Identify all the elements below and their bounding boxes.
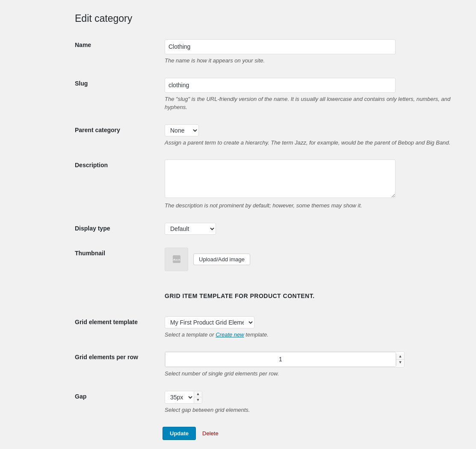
display-type-select[interactable]: Default Products Subcategories Both xyxy=(165,223,216,235)
grid-element-template-label: Grid element template xyxy=(75,319,138,325)
gap-spin-up-button[interactable]: ▲ xyxy=(194,391,202,397)
name-label: Name xyxy=(75,41,91,48)
create-new-template-link[interactable]: Create new xyxy=(216,331,244,338)
display-type-label: Display type xyxy=(75,225,110,232)
thumbnail-placeholder xyxy=(165,248,188,271)
spin-down-button[interactable]: ▼ xyxy=(396,360,404,366)
grid-per-row-hint: Select number of single grid elements pe… xyxy=(165,369,459,378)
parent-category-select[interactable]: None xyxy=(165,124,199,136)
upload-image-button[interactable]: Upload/Add image xyxy=(193,254,250,265)
gap-spinner: 35px 20px 25px 40px 50px ▲ ▼ xyxy=(165,391,202,404)
name-hint: The name is how it appears on your site. xyxy=(165,56,459,65)
gap-label: Gap xyxy=(75,393,86,400)
parent-category-label: Parent category xyxy=(75,127,120,133)
delete-button[interactable]: Delete xyxy=(202,430,219,437)
spin-buttons: ▲ ▼ xyxy=(396,354,404,366)
description-hint: The description is not prominent by defa… xyxy=(165,201,459,210)
thumbnail-area: Upload/Add image xyxy=(165,248,459,271)
slug-label: Slug xyxy=(75,80,88,87)
grid-per-row-spinner: ▲ ▼ xyxy=(165,352,405,367)
slug-input[interactable] xyxy=(165,78,396,93)
image-placeholder-icon xyxy=(171,254,182,264)
thumbnail-label: Thumbnail xyxy=(75,250,105,257)
page-title: Edit category xyxy=(75,9,463,24)
grid-element-template-select[interactable]: My First Product Grid Element xyxy=(165,316,254,328)
description-textarea[interactable] xyxy=(165,160,396,198)
slug-hint: The "slug" is the URL-friendly version o… xyxy=(165,95,459,112)
gap-spin-down-button[interactable]: ▼ xyxy=(194,397,202,403)
form-actions: Update Delete xyxy=(75,427,463,440)
edit-category-form: Name The name is how it appears on your … xyxy=(75,33,463,420)
grid-section-heading: GRID ITEM TEMPLATE FOR PRODUCT CONTENT. xyxy=(165,284,459,304)
gap-select[interactable]: 35px 20px 25px 40px 50px xyxy=(165,391,194,403)
description-label: Description xyxy=(75,162,108,168)
grid-per-row-input[interactable] xyxy=(165,352,396,367)
parent-category-hint: Assign a parent term to create a hierarc… xyxy=(165,139,459,147)
grid-element-template-hint: Select a template or Create new template… xyxy=(165,331,459,339)
gap-spin-buttons: ▲ ▼ xyxy=(194,391,202,403)
gap-hint: Select gap between grid elements. xyxy=(165,406,459,414)
spin-up-button[interactable]: ▲ xyxy=(396,354,404,360)
name-input[interactable] xyxy=(165,39,396,54)
grid-per-row-label: Grid elements per row xyxy=(75,354,138,360)
update-button[interactable]: Update xyxy=(163,427,196,440)
